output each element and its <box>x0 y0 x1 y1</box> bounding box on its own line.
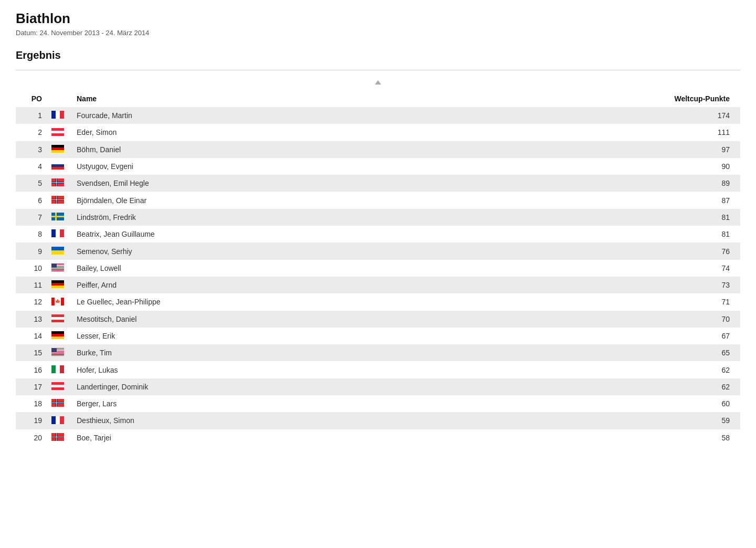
section-title: Ergebnis <box>16 49 740 61</box>
cell-points: 59 <box>453 412 740 429</box>
table-row: 16Hofer, Lukas62 <box>16 361 740 378</box>
cell-flag <box>47 141 71 158</box>
cell-flag <box>47 158 71 175</box>
cell-name: Landertinger, Dominik <box>71 378 453 395</box>
cell-points: 111 <box>453 124 740 141</box>
cell-points: 70 <box>453 311 740 328</box>
cell-flag <box>47 328 71 344</box>
cell-points: 71 <box>453 293 740 310</box>
cell-position: 13 <box>16 311 47 328</box>
table-row: 6Björndalen, Ole Einar87 <box>16 192 740 208</box>
cell-position: 2 <box>16 124 47 141</box>
cell-name: Peiffer, Arnd <box>71 277 453 293</box>
cell-name: Semenov, Serhiy <box>71 243 453 259</box>
results-table: PO Name Weltcup-Punkte 1Fourcade, Martin… <box>16 90 740 446</box>
table-row: 8Beatrix, Jean Guillaume81 <box>16 226 740 243</box>
cell-name: Le Guellec, Jean-Philippe <box>71 293 453 310</box>
table-row: 3Böhm, Daniel97 <box>16 141 740 158</box>
cell-name: Burke, Tim <box>71 344 453 361</box>
cell-flag <box>47 378 71 395</box>
cell-position: 11 <box>16 277 47 293</box>
cell-flag <box>47 124 71 141</box>
cell-points: 60 <box>453 395 740 412</box>
cell-position: 17 <box>16 378 47 395</box>
cell-points: 65 <box>453 344 740 361</box>
cell-position: 14 <box>16 328 47 344</box>
cell-name: Boe, Tarjei <box>71 429 453 446</box>
table-row: 2Eder, Simon111 <box>16 124 740 141</box>
cell-position: 9 <box>16 243 47 259</box>
divider <box>16 70 740 70</box>
cell-name: Fourcade, Martin <box>71 107 453 124</box>
cell-flag <box>47 107 71 124</box>
col-header-flag <box>47 90 71 107</box>
cell-points: 76 <box>453 243 740 259</box>
table-row: 17Landertinger, Dominik62 <box>16 378 740 395</box>
cell-position: 3 <box>16 141 47 158</box>
table-body: 1Fourcade, Martin1742Eder, Simon1113Böhm… <box>16 107 740 446</box>
table-row: 11Peiffer, Arnd73 <box>16 277 740 293</box>
cell-points: 81 <box>453 226 740 243</box>
page-date: Datum: 24. November 2013 - 24. März 2014 <box>16 29 740 37</box>
cell-flag <box>47 344 71 361</box>
cell-name: Beatrix, Jean Guillaume <box>71 226 453 243</box>
cell-position: 18 <box>16 395 47 412</box>
cell-name: Eder, Simon <box>71 124 453 141</box>
table-row: 13Mesotitsch, Daniel70 <box>16 311 740 328</box>
cell-position: 1 <box>16 107 47 124</box>
table-row: 18Berger, Lars60 <box>16 395 740 412</box>
cell-name: Bailey, Lowell <box>71 260 453 277</box>
sort-indicator <box>16 79 740 86</box>
col-header-po: PO <box>16 90 47 107</box>
cell-position: 12 <box>16 293 47 310</box>
cell-flag <box>47 395 71 412</box>
table-row: 7Lindström, Fredrik81 <box>16 209 740 226</box>
cell-position: 20 <box>16 429 47 446</box>
cell-position: 4 <box>16 158 47 175</box>
col-header-points: Weltcup-Punkte <box>453 90 740 107</box>
table-row: 9Semenov, Serhiy76 <box>16 243 740 259</box>
cell-flag <box>47 311 71 328</box>
table-row: 20Boe, Tarjei58 <box>16 429 740 446</box>
table-row: 10Bailey, Lowell74 <box>16 260 740 277</box>
cell-flag <box>47 226 71 243</box>
cell-points: 74 <box>453 260 740 277</box>
cell-position: 19 <box>16 412 47 429</box>
cell-position: 5 <box>16 175 47 192</box>
cell-flag <box>47 361 71 378</box>
cell-name: Lesser, Erik <box>71 328 453 344</box>
col-header-name: Name <box>71 90 453 107</box>
table-row: 1Fourcade, Martin174 <box>16 107 740 124</box>
cell-name: Berger, Lars <box>71 395 453 412</box>
cell-flag <box>47 175 71 192</box>
cell-flag <box>47 293 71 310</box>
table-row: 5Svendsen, Emil Hegle89 <box>16 175 740 192</box>
table-row: 14Lesser, Erik67 <box>16 328 740 344</box>
cell-points: 89 <box>453 175 740 192</box>
cell-points: 62 <box>453 378 740 395</box>
cell-flag <box>47 209 71 226</box>
cell-name: Mesotitsch, Daniel <box>71 311 453 328</box>
cell-points: 81 <box>453 209 740 226</box>
cell-position: 15 <box>16 344 47 361</box>
table-row: 15Burke, Tim65 <box>16 344 740 361</box>
table-row: 4Ustyugov, Evgeni90 <box>16 158 740 175</box>
cell-points: 58 <box>453 429 740 446</box>
cell-position: 7 <box>16 209 47 226</box>
table-header: PO Name Weltcup-Punkte <box>16 90 740 107</box>
cell-position: 16 <box>16 361 47 378</box>
cell-flag <box>47 277 71 293</box>
cell-flag <box>47 412 71 429</box>
cell-position: 10 <box>16 260 47 277</box>
cell-points: 62 <box>453 361 740 378</box>
cell-name: Björndalen, Ole Einar <box>71 192 453 208</box>
cell-flag <box>47 243 71 259</box>
page-title: Biathlon <box>16 10 740 27</box>
cell-points: 67 <box>453 328 740 344</box>
cell-points: 97 <box>453 141 740 158</box>
cell-flag <box>47 429 71 446</box>
cell-points: 73 <box>453 277 740 293</box>
table-row: 19Desthieux, Simon59 <box>16 412 740 429</box>
cell-position: 8 <box>16 226 47 243</box>
sort-arrow-icon <box>375 80 381 85</box>
